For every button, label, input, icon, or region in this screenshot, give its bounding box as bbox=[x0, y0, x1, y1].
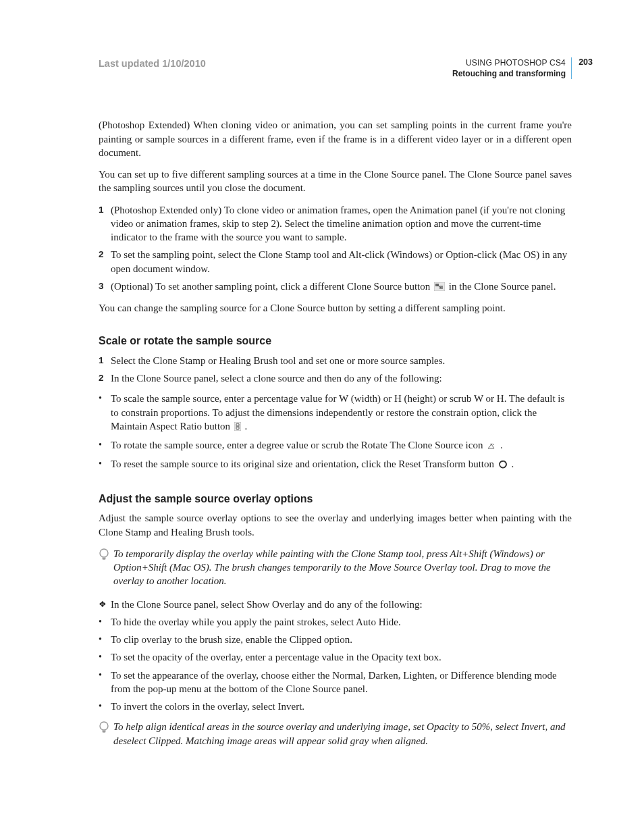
bullet-list: • To scale the sample source, enter a pe… bbox=[99, 392, 572, 472]
bullet-text: To invert the colors in the overlay, sel… bbox=[111, 700, 304, 713]
text-post: . bbox=[512, 459, 514, 469]
step-number: 2 bbox=[99, 371, 111, 385]
paragraph: (Photoshop Extended) When cloning video … bbox=[99, 118, 572, 159]
bullet-text: To set the opacity of the overlay, enter… bbox=[111, 650, 441, 664]
diamond-bullet-icon: ❖ bbox=[99, 598, 111, 611]
bullet-icon: • bbox=[99, 633, 111, 646]
list-item: ❖ In the Clone Source panel, select Show… bbox=[99, 598, 572, 611]
step-number: 2 bbox=[99, 248, 111, 276]
svg-rect-4 bbox=[236, 425, 239, 427]
list-item: 2 In the Clone Source panel, select a cl… bbox=[99, 371, 572, 385]
bullet-icon: • bbox=[99, 457, 111, 472]
list-item: • To rotate the sample source, enter a d… bbox=[99, 438, 572, 453]
bullet-icon: • bbox=[99, 650, 111, 664]
page-header: Last updated 1/10/2010 USING PHOTOSHOP C… bbox=[99, 57, 572, 79]
svg-point-9 bbox=[100, 722, 108, 730]
clone-source-icon bbox=[434, 281, 445, 294]
paragraph: You can change the sampling source for a… bbox=[99, 301, 572, 315]
list-item: • To set the opacity of the overlay, ent… bbox=[99, 650, 572, 664]
text-post: . bbox=[245, 421, 248, 432]
bullet-text: To set the appearance of the overlay, ch… bbox=[111, 669, 572, 696]
bullet-list: ❖ In the Clone Source panel, select Show… bbox=[99, 598, 572, 714]
page-number: 203 bbox=[579, 57, 593, 68]
bullet-text: To rotate the sample source, enter a deg… bbox=[111, 438, 503, 453]
list-item: 1 (Photoshop Extended only) To clone vid… bbox=[99, 203, 572, 244]
bullet-icon: • bbox=[99, 700, 111, 713]
list-item: • To scale the sample source, enter a pe… bbox=[99, 392, 572, 434]
bullet-text: To hide the overlay while you apply the … bbox=[111, 615, 401, 629]
list-item: • To clip overlay to the brush size, ena… bbox=[99, 633, 572, 646]
bullet-text: To reset the sample source to its origin… bbox=[111, 457, 514, 472]
step-text: To set the sampling point, select the Cl… bbox=[111, 248, 572, 276]
text-post: . bbox=[500, 440, 503, 450]
bullet-icon: • bbox=[99, 615, 111, 629]
step-text-post: in the Clone Source panel. bbox=[449, 281, 556, 292]
step-text-pre: (Optional) To set another sampling point… bbox=[111, 281, 433, 292]
heading-scale-rotate: Scale or rotate the sample source bbox=[99, 334, 572, 348]
step-text: In the Clone Source panel, select a clon… bbox=[111, 371, 572, 385]
svg-point-6 bbox=[100, 549, 108, 557]
numbered-list: 1 (Photoshop Extended only) To clone vid… bbox=[99, 203, 572, 295]
list-item: • To invert the colors in the overlay, s… bbox=[99, 700, 572, 713]
bullet-icon: • bbox=[99, 392, 111, 434]
list-item: 3 (Optional) To set another sampling poi… bbox=[99, 280, 572, 294]
tip-block: To help align identical areas in the sou… bbox=[99, 720, 572, 748]
text-pre: To reset the sample source to its origin… bbox=[111, 459, 497, 469]
numbered-list: 1 Select the Clone Stamp or Healing Brus… bbox=[99, 354, 572, 386]
step-number: 3 bbox=[99, 280, 111, 294]
bullet-text: To scale the sample source, enter a perc… bbox=[111, 392, 572, 434]
bullet-text: In the Clone Source panel, select Show O… bbox=[111, 598, 423, 611]
text-pre: To rotate the sample source, enter a deg… bbox=[111, 440, 485, 450]
last-updated: Last updated 1/10/2010 bbox=[99, 57, 206, 71]
step-text: Select the Clone Stamp or Healing Brush … bbox=[111, 354, 572, 367]
tip-text: To temporarily display the overlay while… bbox=[113, 547, 572, 588]
lightbulb-icon bbox=[99, 720, 113, 748]
paragraph: You can set up to five different samplin… bbox=[99, 167, 572, 195]
maintain-aspect-ratio-icon bbox=[234, 421, 241, 434]
tip-block: To temporarily display the overlay while… bbox=[99, 547, 572, 588]
step-text: (Optional) To set another sampling point… bbox=[111, 280, 572, 294]
doc-title: USING PHOTOSHOP CS4 bbox=[452, 57, 566, 68]
step-number: 1 bbox=[99, 203, 111, 244]
reset-transform-icon bbox=[498, 459, 508, 472]
lightbulb-icon bbox=[99, 547, 113, 588]
list-item: 1 Select the Clone Stamp or Healing Brus… bbox=[99, 354, 572, 367]
header-right: USING PHOTOSHOP CS4 Retouching and trans… bbox=[452, 57, 572, 79]
list-item: • To hide the overlay while you apply th… bbox=[99, 615, 572, 629]
list-item: • To set the appearance of the overlay, … bbox=[99, 669, 572, 696]
paragraph: Adjust the sample source overlay options… bbox=[99, 511, 572, 539]
rotate-clone-source-icon bbox=[487, 440, 496, 453]
section-title: Retouching and transforming bbox=[452, 68, 566, 79]
step-text: (Photoshop Extended only) To clone video… bbox=[111, 203, 572, 244]
text-pre: To scale the sample source, enter a perc… bbox=[111, 393, 564, 432]
tip-text: To help align identical areas in the sou… bbox=[113, 720, 572, 748]
bullet-text: To clip overlay to the brush size, enabl… bbox=[111, 633, 352, 646]
step-number: 1 bbox=[99, 354, 111, 367]
bullet-icon: • bbox=[99, 669, 111, 696]
list-item: 2 To set the sampling point, select the … bbox=[99, 248, 572, 276]
heading-overlay-options: Adjust the sample source overlay options bbox=[99, 492, 572, 506]
list-item: • To reset the sample source to its orig… bbox=[99, 457, 572, 472]
page: Last updated 1/10/2010 USING PHOTOSHOP C… bbox=[0, 0, 644, 834]
bullet-icon: • bbox=[99, 438, 111, 453]
